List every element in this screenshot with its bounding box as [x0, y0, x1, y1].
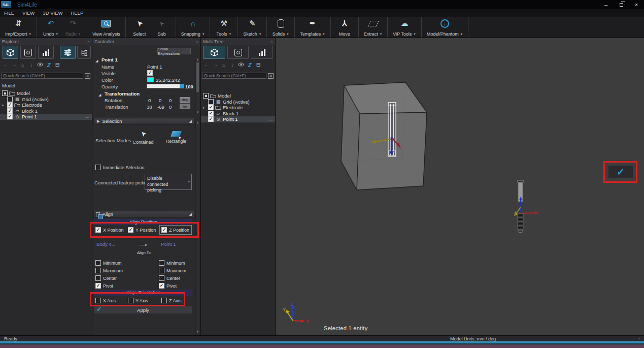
checkbox[interactable] [7, 97, 13, 102]
undo-button[interactable]: ↶ Undo▼ [40, 17, 62, 38]
menu-view[interactable]: VIEW [18, 9, 39, 17]
sub-select-button[interactable]: ➤ Sub [151, 17, 173, 38]
tree-row-grid[interactable]: ▦ Grid (Active) [0, 97, 92, 103]
templates-button[interactable]: ✒ Templates▼ [297, 17, 327, 38]
source-center-option[interactable]: Center [95, 275, 117, 281]
source-center-checkbox[interactable] [95, 275, 101, 281]
collapse-corner-icon[interactable]: ◢ [189, 212, 192, 216]
translation-unit-button[interactable]: mm [180, 104, 190, 109]
zoom-to-icon[interactable]: Z [46, 61, 52, 69]
jump-to-icon[interactable]: ← [85, 114, 90, 119]
name-value[interactable]: Point 1 [147, 64, 162, 70]
visible-checkbox[interactable] [147, 70, 153, 76]
vip-tools-button[interactable]: ☁ ViP Tools▼ [390, 17, 418, 38]
visibility-eye-icon[interactable] [238, 61, 244, 69]
source-maximum-checkbox[interactable] [95, 268, 101, 273]
tab-properties[interactable] [60, 46, 76, 59]
close-icon[interactable]: × [270, 39, 273, 44]
tree-row-block[interactable]: ▱ Block 1 [0, 108, 92, 114]
collapse-all-icon[interactable]: ⊟ [54, 61, 60, 69]
collapse-triangle-icon[interactable]: ◢ [98, 93, 101, 97]
target-maximum-checkbox[interactable] [159, 268, 164, 273]
show-expressions-button[interactable]: Show Expressions [157, 48, 191, 54]
tab-model[interactable] [203, 46, 225, 59]
sketch-button[interactable]: ✎ Sketch▼ [241, 17, 264, 38]
target-center-checkbox[interactable] [159, 275, 164, 281]
target-center-option[interactable]: Center [159, 275, 180, 281]
quick-search-input[interactable] [202, 73, 266, 79]
color-value[interactable]: 25,242,242 [156, 77, 180, 83]
tree-row-electrode[interactable]: ▸ Electrode [201, 105, 275, 111]
translation-x[interactable]: 38 [147, 104, 152, 110]
minimize-button[interactable]: – [598, 0, 614, 9]
close-icon[interactable]: × [196, 39, 198, 44]
translation-y[interactable]: -69 [157, 104, 164, 110]
checkbox[interactable] [208, 105, 214, 110]
back-icon[interactable]: ← [204, 61, 210, 69]
quick-search-input[interactable] [1, 73, 83, 79]
home-icon[interactable]: ⌂ [221, 61, 227, 69]
tree-row-electrode[interactable]: ▸ Electrode [0, 102, 92, 108]
target-minimum-checkbox[interactable] [159, 260, 164, 266]
menu-file[interactable]: FILE [0, 9, 18, 17]
immediate-selection-checkbox[interactable] [95, 165, 101, 170]
forward-icon[interactable]: → [11, 61, 17, 69]
clear-search-icon[interactable]: × [268, 73, 274, 79]
align-source-link[interactable]: Body 4... [96, 241, 116, 247]
menu-3d-view[interactable]: 3D VIEW [39, 9, 66, 17]
checkbox[interactable] [7, 108, 13, 114]
align-target-link[interactable]: Point 1 [161, 241, 176, 247]
tab-model[interactable] [3, 46, 18, 59]
checkbox[interactable] [208, 116, 214, 122]
visibility-eye-icon[interactable] [37, 61, 43, 69]
collapse-triangle-icon[interactable]: ◢ [95, 59, 98, 63]
3d-viewport[interactable]: Z Y X Selected 1 entity ✓ [276, 38, 644, 335]
collapse-corner-icon[interactable]: ◢ [189, 119, 192, 123]
restore-button[interactable] [614, 0, 629, 9]
expander-icon[interactable]: ▸ [203, 106, 205, 110]
rotation-unit-button[interactable]: deg [180, 97, 190, 103]
tab-analysis[interactable] [38, 46, 54, 59]
resize-grip-icon[interactable]: ⋰ [637, 336, 642, 341]
immediate-selection-option[interactable]: Immediate Selection [95, 165, 145, 170]
close-icon[interactable]: × [87, 39, 90, 44]
view-analysis-button[interactable]: View Analysis [90, 17, 123, 38]
redo-button[interactable]: ↷ Redo▼ [62, 17, 84, 38]
apply-button[interactable]: Apply [94, 306, 192, 313]
properties-scrollbar[interactable]: ▲ ▼ [195, 57, 199, 114]
select-button[interactable]: ➤ Select [128, 17, 151, 38]
contained-mode-button[interactable]: ➤ Contained [131, 130, 155, 145]
tree-row-grid[interactable]: ▦ Grid (Active) [201, 99, 275, 105]
menu-help[interactable]: HELP [66, 9, 87, 17]
home-icon[interactable]: ⌂ [20, 61, 26, 69]
tab-hierarchy[interactable] [77, 46, 91, 59]
solids-button[interactable]: Solids▼ [269, 17, 292, 38]
translation-z[interactable]: 0 [169, 104, 172, 110]
close-button[interactable]: × [629, 0, 644, 9]
color-swatch[interactable] [147, 77, 154, 82]
rotation-y[interactable]: 0 [159, 98, 161, 103]
source-pivot-option[interactable]: Pivot [95, 283, 113, 289]
zoom-to-icon[interactable]: Z [247, 61, 253, 69]
tree-row-block[interactable]: ▱ Block 1 [201, 111, 275, 117]
move-button[interactable]: ⅄ Move [333, 17, 356, 38]
target-maximum-option[interactable]: Maximum [159, 268, 186, 273]
target-minimum-option[interactable]: Minimum [159, 260, 185, 266]
checkbox[interactable] [203, 93, 209, 99]
back-icon[interactable]: ← [3, 61, 9, 69]
checkbox[interactable] [7, 114, 13, 119]
down-arrow-icon[interactable]: ↓ [28, 61, 35, 69]
tab-simulation[interactable] [227, 46, 249, 59]
source-minimum-option[interactable]: Minimum [95, 260, 122, 266]
expander-icon[interactable]: ▸ [2, 103, 4, 107]
model-phantom-button[interactable]: ↓ Model/Phantom▼ [424, 17, 466, 38]
checkbox[interactable] [208, 99, 214, 105]
tools-button[interactable]: ⚒ Tools▼ [213, 17, 235, 38]
down-arrow-icon[interactable]: ↓ [229, 61, 235, 69]
rectangle-mode-button[interactable]: Rectangle [164, 131, 188, 144]
jump-to-icon[interactable]: ← [268, 116, 274, 122]
align-section-header[interactable]: Align ◢ [93, 211, 194, 217]
collapse-all-icon[interactable]: ⊟ [255, 61, 261, 69]
target-pivot-checkbox[interactable] [159, 283, 164, 289]
checkbox[interactable] [2, 90, 8, 96]
